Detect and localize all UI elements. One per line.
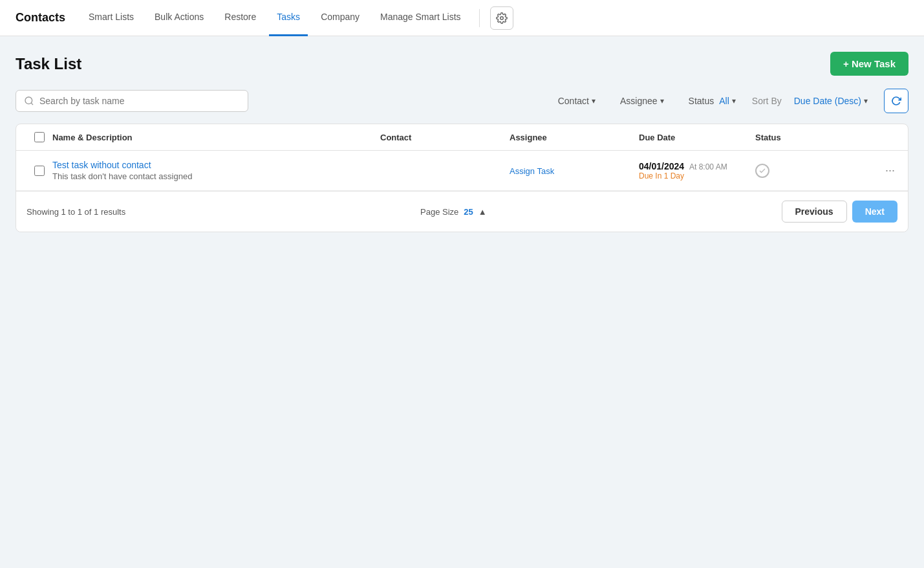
gear-icon xyxy=(496,12,508,24)
main-content: Task List + New Task Contact ▾ Assignee … xyxy=(0,36,924,248)
sort-button[interactable]: Due Date (Desc) ▾ xyxy=(786,90,876,112)
pagination-buttons: Previous Next xyxy=(782,201,898,223)
search-box xyxy=(16,90,248,112)
previous-button[interactable]: Previous xyxy=(782,201,847,223)
task-actions: ··· xyxy=(859,161,897,180)
page-title: Task List xyxy=(16,55,81,73)
assign-task-link[interactable]: Assign Task xyxy=(510,166,554,176)
svg-point-0 xyxy=(500,16,503,19)
search-icon xyxy=(24,96,34,106)
due-date-value: 04/01/2024 xyxy=(639,161,684,171)
status-filter-value: All xyxy=(719,96,729,106)
search-input[interactable] xyxy=(39,96,240,106)
header-due-date: Due Date xyxy=(639,133,755,142)
chevron-down-icon: ▾ xyxy=(732,96,736,105)
assignee-filter-button[interactable]: Assignee ▾ xyxy=(612,90,672,112)
nav-smart-lists[interactable]: Smart Lists xyxy=(81,0,142,36)
nav-company[interactable]: Company xyxy=(313,0,367,36)
chevron-down-icon: ▾ xyxy=(660,96,664,105)
top-navigation: Contacts Smart Lists Bulk Actions Restor… xyxy=(0,0,924,36)
settings-button[interactable] xyxy=(490,6,513,30)
nav-tasks[interactable]: Tasks xyxy=(269,0,308,36)
page-header: Task List + New Task xyxy=(16,52,908,76)
filter-bar: Contact ▾ Assignee ▾ Status All ▾ Sort B… xyxy=(16,89,908,113)
page-size-label: Page Size xyxy=(420,207,458,217)
contact-filter-button[interactable]: Contact ▾ xyxy=(550,90,604,112)
sort-section: Sort By Due Date (Desc) ▾ xyxy=(752,90,876,112)
header-checkbox-cell xyxy=(27,132,52,142)
more-actions-button[interactable]: ··· xyxy=(883,161,897,180)
header-contact: Contact xyxy=(380,133,510,142)
row-checkbox-cell xyxy=(27,166,52,176)
header-name: Name & Description xyxy=(52,133,380,142)
status-circle-button[interactable] xyxy=(755,164,769,178)
contact-filter-label: Contact xyxy=(558,96,589,106)
page-size-value: 25 xyxy=(464,207,473,217)
new-task-button[interactable]: + New Task xyxy=(830,52,908,76)
brand-logo: Contacts xyxy=(16,11,65,25)
status-filter-label: Status xyxy=(689,96,714,106)
chevron-down-icon: ▾ xyxy=(864,96,868,105)
header-assignee: Assignee xyxy=(510,133,639,142)
nav-bulk-actions[interactable]: Bulk Actions xyxy=(147,0,211,36)
select-all-checkbox[interactable] xyxy=(34,132,45,142)
svg-point-1 xyxy=(25,97,32,104)
nav-restore[interactable]: Restore xyxy=(217,0,264,36)
page-size-section: Page Size 25 ▲ xyxy=(420,207,487,217)
due-date-time: At 8:00 AM xyxy=(689,162,727,171)
status-filter-button[interactable]: Status All ▾ xyxy=(680,90,744,112)
assignee-filter-label: Assignee xyxy=(620,96,658,106)
table-row: Test task without contact This task don'… xyxy=(16,151,908,191)
due-in-label: Due In 1 Day xyxy=(639,171,755,180)
task-name-description: Test task without contact This task don'… xyxy=(52,160,380,181)
chevron-down-icon: ▾ xyxy=(592,96,596,105)
chevron-up-icon[interactable]: ▲ xyxy=(478,207,487,217)
pagination-row: Showing 1 to 1 of 1 results Page Size 25… xyxy=(16,191,908,232)
sort-value: Due Date (Desc) xyxy=(794,96,861,106)
task-table: Name & Description Contact Assignee Due … xyxy=(16,124,908,232)
task-status xyxy=(755,164,859,178)
nav-manage-smart-lists[interactable]: Manage Smart Lists xyxy=(372,0,469,36)
task-name[interactable]: Test task without contact xyxy=(52,160,380,170)
refresh-icon xyxy=(891,96,901,106)
next-button[interactable]: Next xyxy=(852,201,897,223)
nav-divider xyxy=(479,9,480,27)
sort-label: Sort By xyxy=(752,96,782,106)
refresh-button[interactable] xyxy=(884,89,908,113)
header-status: Status xyxy=(755,133,859,142)
task-due-date: 04/01/2024 At 8:00 AM Due In 1 Day xyxy=(639,161,755,180)
check-icon xyxy=(758,167,766,175)
row-checkbox[interactable] xyxy=(34,166,45,176)
svg-line-2 xyxy=(31,103,33,105)
showing-text: Showing 1 to 1 of 1 results xyxy=(27,207,125,217)
task-description: This task don't have contact assigned xyxy=(52,171,380,181)
task-assignee: Assign Task xyxy=(510,166,639,176)
table-header: Name & Description Contact Assignee Due … xyxy=(16,124,908,151)
